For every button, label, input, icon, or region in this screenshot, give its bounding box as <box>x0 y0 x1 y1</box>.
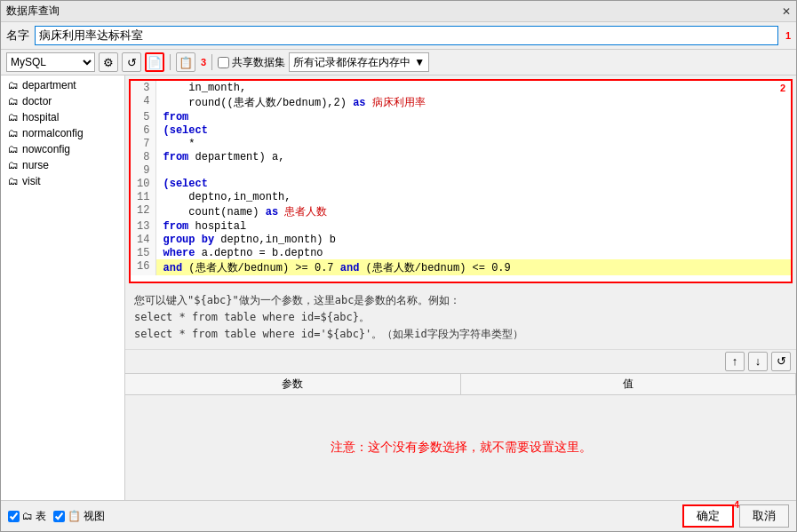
sidebar-item-hospital[interactable]: 🗂 hospital <box>1 109 124 125</box>
share-dataset-text: 共享数据集 <box>232 55 285 70</box>
sidebar: 🗂 department 🗂 doctor 🗂 hospital 🗂 norma… <box>1 75 125 500</box>
settings-btn[interactable]: ⚙ <box>99 52 118 72</box>
badge-3: 3 <box>201 57 206 67</box>
hint-line2: select * from table where id=${abc}。 <box>134 309 787 326</box>
params-notice: 注意：这个没有参数选择，就不需要设置这里。 <box>331 440 592 456</box>
sidebar-item-label: department <box>22 79 76 91</box>
sidebar-item-label: doctor <box>22 95 52 107</box>
sidebar-item-label: hospital <box>22 111 59 123</box>
share-dataset-checkbox[interactable] <box>218 57 229 68</box>
table-icon: 🗂 <box>8 143 19 155</box>
param-down-btn[interactable]: ↓ <box>748 352 768 371</box>
params-body: 注意：这个没有参数选择，就不需要设置这里。 <box>125 395 796 500</box>
name-input[interactable] <box>35 26 778 45</box>
db-select[interactable]: MySQL <box>6 52 95 72</box>
name-row: 名字 1 <box>1 22 796 50</box>
export-btn[interactable]: 📄 <box>145 52 164 72</box>
share-dataset-label[interactable]: 共享数据集 <box>218 55 285 70</box>
sidebar-item-doctor[interactable]: 🗂 doctor <box>1 93 124 109</box>
chevron-down-icon: ▼ <box>414 56 425 68</box>
records-text: 所有记录都保存在内存中 <box>293 55 410 70</box>
sql-editor[interactable]: 2 3 in_month,4 round((患者人数/bednum),2) as… <box>129 79 793 283</box>
cancel-button[interactable]: 取消 <box>739 504 789 528</box>
view-icon-label: 📋 <box>68 510 81 522</box>
sidebar-item-label: visit <box>22 175 41 187</box>
badge-4: 4 <box>734 499 739 510</box>
table-icon: 🗂 <box>8 159 19 171</box>
sidebar-item-label: nurse <box>22 159 49 171</box>
view-label: 视图 <box>84 509 105 524</box>
sidebar-item-department[interactable]: 🗂 department <box>1 77 124 93</box>
sidebar-item-nowconfig[interactable]: 🗂 nowconfig <box>1 141 124 157</box>
hint-line3: select * from table where id='${abc}'。（如… <box>134 326 787 343</box>
view-check-label[interactable]: 📋 视图 <box>53 509 105 524</box>
sidebar-item-visit[interactable]: 🗂 visit <box>1 173 124 189</box>
table-label: 表 <box>36 509 46 524</box>
table-icon: 🗂 <box>8 95 19 107</box>
params-col1: 参数 <box>125 374 461 394</box>
close-button[interactable]: ✕ <box>782 5 791 18</box>
table-icon: 🗂 <box>8 79 19 91</box>
toolbar-sep <box>170 54 171 70</box>
sql-table: 3 in_month,4 round((患者人数/bednum),2) as 病… <box>131 81 791 275</box>
name-label: 名字 <box>6 28 29 44</box>
hint-line1: 您可以键入"${abc}"做为一个参数，这里abc是参数的名称。例如： <box>134 292 787 309</box>
main-area: 🗂 department 🗂 doctor 🗂 hospital 🗂 norma… <box>1 75 796 500</box>
sidebar-item-normalconfig[interactable]: 🗂 normalconfig <box>1 125 124 141</box>
table-icon: 🗂 <box>8 127 19 139</box>
sidebar-item-label: normalconfig <box>22 127 84 139</box>
records-dropdown[interactable]: 所有记录都保存在内存中 ▼ <box>289 52 429 72</box>
param-up-btn[interactable]: ↑ <box>725 352 745 371</box>
params-col2: 值 <box>461 374 797 394</box>
param-refresh-btn[interactable]: ↺ <box>771 352 791 371</box>
toolbar-row: MySQL ⚙ ↺ 📄 📋 3 共享数据集 所有记录都保存在内存中 ▼ <box>1 50 796 75</box>
footer-left: 🗂 表 📋 视图 <box>8 509 105 524</box>
hint-area: 您可以键入"${abc}"做为一个参数，这里abc是参数的名称。例如： sele… <box>125 287 796 350</box>
badge-1: 1 <box>785 30 791 41</box>
footer-right: 确定 4 取消 <box>682 504 789 528</box>
footer: 🗂 表 📋 视图 确定 4 取消 <box>1 500 796 531</box>
ok-button[interactable]: 确定 <box>682 504 734 528</box>
badge-2: 2 <box>780 83 785 93</box>
view-checkbox[interactable] <box>53 511 65 522</box>
table-icon-label: 🗂 <box>22 510 33 522</box>
table-icon: 🗂 <box>8 111 19 123</box>
table-icon: 🗂 <box>8 175 19 187</box>
window-title: 数据库查询 <box>6 4 60 19</box>
database-query-window: 数据库查询 ✕ 名字 1 MySQL ⚙ ↺ 📄 📋 3 共享数据集 所有记录都… <box>0 0 797 532</box>
sidebar-item-label: nowconfig <box>22 143 70 155</box>
params-header: 参数 值 <box>125 373 796 395</box>
copy-btn[interactable]: 📋 <box>176 52 195 72</box>
title-bar: 数据库查询 ✕ <box>1 1 796 22</box>
params-section: ↑ ↓ ↺ 参数 值 注意：这个没有参数选择，就不需要设置这里。 <box>125 350 796 500</box>
table-check-label[interactable]: 🗂 表 <box>8 509 46 524</box>
right-panel: 2 3 in_month,4 round((患者人数/bednum),2) as… <box>125 75 796 500</box>
table-checkbox[interactable] <box>8 511 20 522</box>
sidebar-item-nurse[interactable]: 🗂 nurse <box>1 157 124 173</box>
refresh-btn[interactable]: ↺ <box>122 52 141 72</box>
toolbar-sep2 <box>211 54 212 70</box>
params-toolbar: ↑ ↓ ↺ <box>125 350 796 373</box>
